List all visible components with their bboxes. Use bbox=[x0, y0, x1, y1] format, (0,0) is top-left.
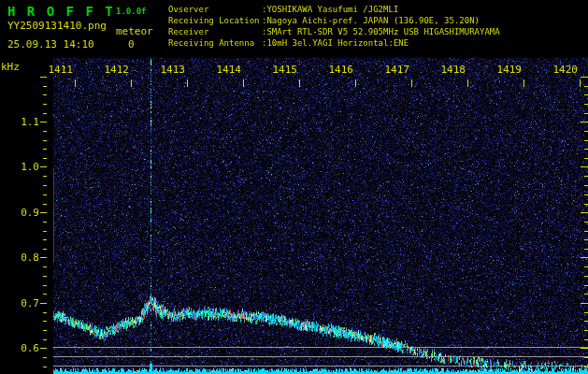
y-tick-minor bbox=[43, 321, 47, 322]
x-axis-tick-label: 1411 bbox=[49, 64, 74, 76]
y-tick-minor bbox=[43, 249, 47, 250]
info-row-antenna: Receiving Antenna:10mH 3el.YAGI Horizont… bbox=[168, 37, 500, 49]
y-tick-minor bbox=[43, 104, 47, 105]
x-tick-mark bbox=[411, 79, 412, 87]
y-tick-minor bbox=[584, 285, 588, 286]
x-axis-tick-label: 1418 bbox=[441, 64, 466, 76]
info-value: :Nagoya Aichi-pref. JAPAN (136.90E, 35.2… bbox=[262, 16, 480, 25]
info-row-receiver: Receiver:SMArt RTL-SDR V5 52.905MHz USB … bbox=[168, 26, 500, 37]
y-tick-minor bbox=[584, 357, 588, 358]
x-tick-mark bbox=[355, 79, 356, 87]
y-tick-minor bbox=[584, 86, 588, 87]
x-axis-tick-label: 1414 bbox=[217, 64, 242, 76]
capture-datetime: 25.09.13 14:10 bbox=[7, 38, 94, 50]
x-tick-mark bbox=[580, 79, 581, 87]
y-axis-label: 0.7 bbox=[21, 297, 39, 309]
x-axis-tick-label: 1416 bbox=[329, 64, 354, 76]
y-tick-minor bbox=[43, 222, 47, 223]
x-axis-tick-label: 1417 bbox=[385, 64, 410, 76]
x-tick-mark bbox=[187, 79, 188, 87]
mode-label: meteor bbox=[116, 25, 153, 37]
y-tick-minor bbox=[43, 276, 47, 277]
y-tick-major bbox=[40, 348, 47, 349]
y-tick-minor bbox=[43, 204, 47, 205]
spectrogram-canvas bbox=[0, 0, 588, 374]
y-tick-minor bbox=[584, 176, 588, 177]
y-tick-minor bbox=[584, 104, 588, 105]
y-tick-major bbox=[581, 212, 588, 213]
y-tick-minor bbox=[43, 94, 47, 95]
y-tick-minor bbox=[43, 339, 47, 340]
y-tick-minor bbox=[43, 149, 47, 150]
y-tick-minor bbox=[43, 294, 47, 295]
y-tick-minor bbox=[584, 339, 588, 340]
y-tick-minor bbox=[584, 113, 588, 114]
y-axis-label: 0.9 bbox=[21, 207, 39, 219]
y-tick-minor bbox=[584, 149, 588, 150]
y-tick-minor bbox=[43, 285, 47, 286]
y-axis-label: 1.0 bbox=[21, 161, 39, 173]
x-tick-mark bbox=[131, 79, 132, 87]
y-tick-minor bbox=[43, 113, 47, 114]
y-tick-major bbox=[581, 122, 588, 122]
y-tick-minor bbox=[584, 140, 588, 141]
y-axis-label: 0.6 bbox=[21, 342, 39, 354]
y-tick-minor bbox=[584, 239, 588, 240]
y-tick-minor bbox=[584, 131, 588, 132]
y-tick-minor bbox=[584, 321, 588, 322]
x-axis-tick-label: 1415 bbox=[273, 64, 298, 76]
y-tick-minor bbox=[43, 86, 47, 87]
y-tick-minor bbox=[43, 140, 47, 141]
y-tick-major bbox=[40, 257, 47, 258]
y-axis-unit-label: kHz bbox=[1, 61, 20, 73]
y-tick-minor bbox=[43, 176, 47, 177]
x-tick-mark bbox=[523, 79, 524, 87]
info-label: Receiving Antenna bbox=[168, 37, 262, 49]
y-tick-minor bbox=[584, 231, 588, 232]
hrofft-window: H R O F F T 1.0.0f YY2509131410.png mete… bbox=[0, 0, 588, 374]
app-title: H R O F F T bbox=[7, 4, 115, 19]
y-tick-major bbox=[40, 122, 47, 122]
y-tick-major bbox=[40, 166, 47, 167]
info-row-location: Receiving Location:Nagoya Aichi-pref. JA… bbox=[168, 15, 500, 26]
y-tick-minor bbox=[584, 266, 588, 267]
info-label: Receiver bbox=[168, 26, 262, 37]
app-version: 1.0.0f bbox=[116, 7, 147, 16]
meteor-count: 0 bbox=[128, 38, 135, 50]
y-tick-major bbox=[40, 303, 47, 304]
y-tick-major bbox=[40, 77, 47, 78]
x-axis-tick-label: 1419 bbox=[497, 64, 523, 76]
y-tick-minor bbox=[43, 131, 47, 132]
y-tick-minor bbox=[584, 249, 588, 250]
y-tick-major bbox=[581, 303, 588, 304]
y-tick-minor bbox=[43, 312, 47, 313]
y-tick-minor bbox=[43, 239, 47, 240]
x-axis-tick-label: 1413 bbox=[161, 64, 186, 76]
y-tick-minor bbox=[584, 312, 588, 313]
y-tick-minor bbox=[43, 266, 47, 267]
y-tick-minor bbox=[43, 357, 47, 358]
y-tick-minor bbox=[43, 194, 47, 195]
y-tick-minor bbox=[584, 330, 588, 331]
y-tick-major bbox=[40, 212, 47, 213]
x-tick-mark bbox=[299, 79, 300, 87]
y-tick-major bbox=[581, 166, 588, 167]
y-tick-minor bbox=[43, 158, 47, 159]
x-axis-tick-label: 1412 bbox=[105, 64, 130, 76]
info-value: :SMArt RTL-SDR V5 52.905MHz USB HIGASHIM… bbox=[262, 27, 500, 36]
y-tick-major bbox=[581, 348, 588, 349]
info-value: :YOSHIKAWA Yasufumi /JG2MLI bbox=[262, 5, 398, 14]
y-tick-minor bbox=[43, 367, 47, 367]
output-filename: YY2509131410.png bbox=[7, 20, 107, 32]
y-tick-minor bbox=[43, 185, 47, 186]
y-tick-minor bbox=[584, 276, 588, 277]
y-axis-label: 1.1 bbox=[21, 116, 39, 128]
info-label: Ovserver bbox=[168, 4, 262, 15]
y-tick-major bbox=[581, 77, 588, 78]
y-tick-minor bbox=[584, 204, 588, 205]
info-value: :10mH 3el.YAGI Horizontal:ENE bbox=[262, 38, 409, 48]
y-tick-minor bbox=[584, 94, 588, 95]
y-axis-label: 0.8 bbox=[21, 252, 39, 264]
y-tick-minor bbox=[584, 367, 588, 367]
y-tick-minor bbox=[584, 222, 588, 223]
